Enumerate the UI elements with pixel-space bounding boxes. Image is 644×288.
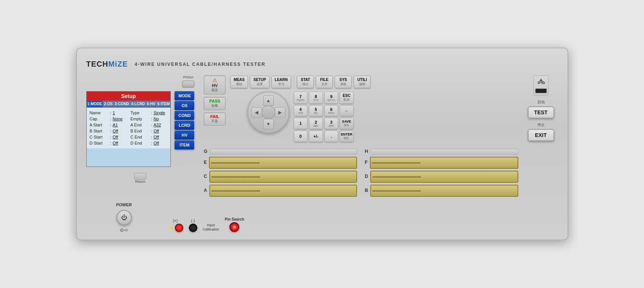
connector-f-pins	[371, 157, 518, 168]
key-plusminus[interactable]: +/-	[309, 131, 323, 142]
screen-row-5: C Start : Off C End : Off	[90, 134, 168, 140]
fail-sublabel: 不良	[205, 119, 225, 124]
file-button[interactable]: FILE文件	[316, 76, 333, 88]
connector-right: H F	[365, 149, 518, 197]
return-button[interactable]	[134, 173, 146, 180]
side-btn-cond[interactable]: COND	[175, 111, 194, 120]
key-4[interactable]: 4GHI	[294, 105, 308, 116]
tab-hv[interactable]: 5:HV	[146, 101, 157, 107]
hipot-label: HipotCalibration	[203, 223, 219, 232]
return-label: Return	[135, 180, 145, 184]
usb-port[interactable]	[535, 89, 547, 93]
key-enter[interactable]: ENTER确定	[340, 131, 354, 142]
key-7[interactable]: 7PQRS	[294, 92, 308, 104]
screen-row-1: Name : 1 Type : Single	[90, 110, 168, 116]
prtscn-button[interactable]	[182, 81, 194, 87]
learn-button[interactable]: LEARN学习	[271, 76, 291, 88]
key-esc[interactable]: ESC取消	[340, 92, 354, 104]
sys-button[interactable]: SYS系统	[335, 76, 352, 88]
pass-label: PASS	[205, 99, 225, 103]
connector-h-row: H	[365, 149, 518, 155]
tab-lcrd[interactable]: 4:LCRD	[130, 101, 146, 107]
key-8[interactable]: 8TUV	[309, 92, 323, 104]
tab-cond[interactable]: 3:COND	[114, 101, 130, 107]
connector-g-label: G	[204, 149, 207, 154]
side-btn-lcrd[interactable]: LCRD	[175, 121, 194, 130]
connector-b-label: B	[365, 188, 368, 193]
tab-item[interactable]: 6:ITEM	[157, 101, 171, 107]
connector-a-body	[209, 185, 357, 197]
screen-and-side: Setup 1:MODE 2:OS 3:COND 4:LCRD 5:HV 6:I…	[86, 91, 195, 167]
pin-search-terminal[interactable]	[229, 222, 239, 232]
side-btn-hv[interactable]: HV	[175, 131, 194, 140]
model-text: 4-WIRE UNIVERSAL CABLE/HARNESS TESTER	[135, 62, 266, 67]
hv-sublabel: 高压	[205, 88, 225, 93]
connector-a-pins	[210, 185, 356, 196]
meas-button[interactable]: MEAS测试	[230, 76, 248, 88]
screen-title: Setup	[87, 92, 171, 101]
setup-button[interactable]: SETUP设置	[250, 76, 269, 88]
key-5[interactable]: 5JKL	[309, 105, 323, 116]
exit-button[interactable]: EXIT	[528, 129, 554, 141]
lightning-icon: ⚡	[168, 225, 174, 231]
nav-up-button[interactable]: ▲	[263, 95, 274, 106]
connector-c-body	[209, 171, 357, 183]
test-button[interactable]: TEST	[528, 106, 554, 118]
key-dot[interactable]: .	[324, 131, 338, 142]
fail-indicator: FAIL 不良	[204, 112, 226, 126]
terminals-row: (+) ⚡ (-) HipotCalibration Pin Search	[168, 202, 245, 232]
utili-button[interactable]: UTILI辅助	[354, 76, 371, 88]
connector-b-row: B	[365, 185, 518, 197]
usb-icon	[536, 78, 546, 87]
hv-icon: ⚠	[205, 77, 225, 83]
side-btn-item[interactable]: ITEM	[175, 140, 194, 149]
side-btn-os[interactable]: OS	[175, 101, 194, 110]
pin-search-label: Pin Search	[225, 217, 245, 221]
key-save[interactable]: SAVE保存	[340, 118, 354, 129]
key-6[interactable]: 6MNO	[324, 105, 338, 116]
power-button[interactable]: ⏻	[117, 210, 132, 225]
key-3[interactable]: 3DEF	[324, 118, 338, 129]
connector-g-row: G	[204, 149, 357, 155]
tab-os[interactable]: 2:OS	[103, 101, 114, 107]
connector-h-label: H	[365, 149, 368, 154]
main-content: PrtScn Setup 1:MODE 2:OS 3:COND 4:LCRD 5…	[86, 75, 558, 197]
positive-terminal-group: (+) ⚡	[168, 219, 183, 232]
key-backspace[interactable]: ←	[340, 105, 354, 116]
side-buttons: MODE OS COND LCRD HV ITEM	[175, 91, 194, 167]
key-1[interactable]: 1	[294, 118, 308, 129]
power-icon: ⏻	[121, 214, 127, 221]
positive-terminal[interactable]	[175, 224, 183, 232]
connector-c-row: C	[204, 171, 357, 183]
nav-center	[262, 106, 275, 119]
key-0[interactable]: 0	[294, 131, 308, 142]
nav-left-button[interactable]: ◀	[251, 107, 262, 118]
side-btn-mode[interactable]: MODE	[175, 91, 194, 100]
stat-button[interactable]: STAT统计	[297, 76, 314, 88]
power-section: POWER ⏻ ⏻ IO	[86, 202, 162, 232]
nav-down-button[interactable]: ▼	[263, 119, 274, 129]
tab-mode[interactable]: 1:MODE	[87, 101, 103, 107]
screen-row-4: B Start : Off B End : Off	[90, 128, 168, 134]
connector-f-row: F	[365, 157, 518, 169]
connector-b-body	[370, 185, 518, 197]
usb-area	[533, 75, 549, 96]
negative-terminal[interactable]	[189, 224, 197, 232]
key-2[interactable]: 2ABC	[309, 118, 323, 129]
connector-f-label: F	[365, 160, 367, 165]
pin-search-group: Pin Search	[225, 217, 245, 232]
connector-e-pins	[210, 157, 356, 168]
return-area: Return	[86, 173, 195, 184]
connector-c-label: C	[204, 174, 207, 179]
exit-action-group: 停止 EXIT	[528, 122, 554, 141]
center-panel: ⚠ HV 高压 PASS 合格 FAIL 不良	[204, 75, 518, 197]
fail-label: FAIL	[205, 114, 225, 119]
nav-pad: ▲ ▼ ◀ ▶	[248, 92, 289, 133]
connector-d-body	[370, 171, 518, 183]
connector-a-label: A	[204, 188, 207, 193]
connector-d-row: D	[365, 171, 518, 183]
nav-right-button[interactable]: ▶	[275, 107, 285, 118]
connector-labels-row: G E	[204, 149, 518, 197]
key-9[interactable]: 9WXYZ	[324, 92, 338, 104]
screen-content: Name : 1 Type : Single Cap. : None Empty…	[87, 107, 171, 148]
